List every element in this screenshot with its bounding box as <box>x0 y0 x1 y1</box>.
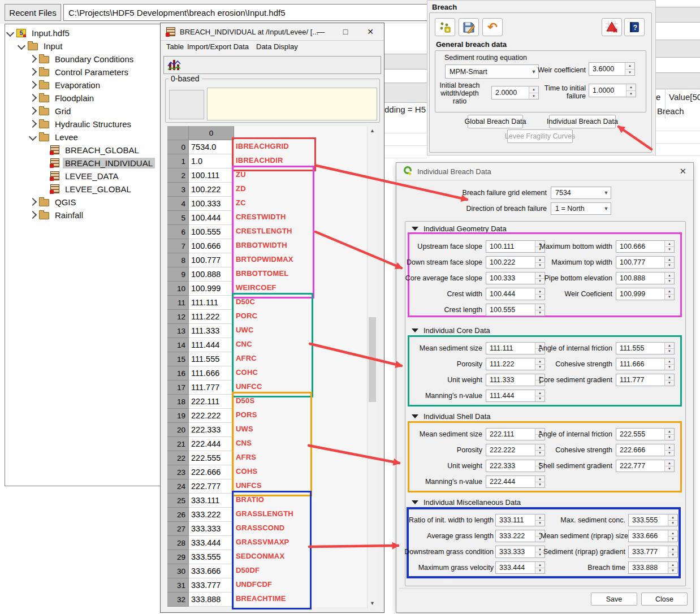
grid-cell[interactable]: 333.888 <box>189 593 234 607</box>
spinbox-cohesive-strength[interactable]: 111.666▲▼ <box>616 358 675 370</box>
sidebar-item-input[interactable]: Input <box>18 40 64 52</box>
sidebar-item-boundary-conditions[interactable]: Boundary Conditions <box>29 53 136 65</box>
spinner-buttons[interactable]: ▲▼ <box>664 288 674 300</box>
spin-down-icon[interactable]: ▼ <box>625 70 634 76</box>
direction-combobox[interactable]: 1 = North ▼ <box>551 202 611 215</box>
sidebar-item-grid[interactable]: Grid <box>29 105 73 117</box>
spin-up-icon[interactable]: ▲ <box>626 84 636 91</box>
grid-cell[interactable]: 333.444 <box>189 536 234 550</box>
grid-column-header[interactable]: 0 <box>189 126 234 140</box>
grid-cell[interactable]: 111.777 <box>189 380 234 395</box>
sidebar-item-breach-individual[interactable]: BREACH_INDIVIDUAL <box>40 157 155 169</box>
grid-row-header[interactable]: 13 <box>167 324 189 338</box>
grid-row-header[interactable]: 29 <box>167 550 189 564</box>
grid-row-header[interactable]: 28 <box>167 536 189 550</box>
grid-row-header[interactable]: 7 <box>167 239 189 253</box>
save-icon[interactable] <box>459 18 479 36</box>
spinner-buttons[interactable]: ▲▼ <box>535 476 545 487</box>
spin-down-icon[interactable]: ▼ <box>668 552 677 558</box>
expand-icon[interactable] <box>29 94 37 102</box>
spin-down-icon[interactable]: ▼ <box>668 521 677 526</box>
grid-cell[interactable]: 111.555 <box>189 352 234 366</box>
grid-row-header[interactable]: 10 <box>167 282 189 296</box>
collapse-icon[interactable] <box>18 42 25 50</box>
weir-coefficient-spinbox[interactable]: 3.6000 ▲▼ <box>589 62 635 76</box>
spinbox-maximum-top-width[interactable]: 100.777▲▼ <box>616 256 675 269</box>
grid-row-header[interactable]: 2 <box>167 168 189 183</box>
grid-row-header[interactable]: 16 <box>167 366 189 380</box>
grid-row-header[interactable]: 15 <box>167 352 189 366</box>
spin-up-icon[interactable]: ▲ <box>665 358 674 365</box>
grid-cell[interactable]: 100.666 <box>189 239 234 253</box>
spinbox-maximum-bottom-width[interactable]: 100.666▲▼ <box>616 240 675 253</box>
spinner-buttons[interactable]: ▲▼ <box>664 257 674 268</box>
grid-row-header[interactable]: 20 <box>167 423 189 437</box>
grid-cell[interactable]: 100.444 <box>189 211 234 225</box>
spin-up-icon[interactable]: ▲ <box>665 257 674 263</box>
undo-icon[interactable]: ↶ <box>482 18 503 36</box>
spin-down-icon[interactable]: ▼ <box>665 263 674 269</box>
levee-fragility-curves-button[interactable]: Levee Fragility Curves <box>507 129 573 143</box>
grid-cell[interactable]: 100.777 <box>189 253 234 267</box>
section-header-misc[interactable]: Individual Miscellaneous Data <box>412 498 521 507</box>
expand-icon[interactable] <box>29 198 37 206</box>
spinner-buttons[interactable]: ▲▼ <box>664 460 674 472</box>
vertical-scrollbar[interactable]: ▲ ▼ <box>367 126 377 608</box>
sidebar-item-evaporation[interactable]: Evaporation <box>29 79 102 91</box>
sidebar-item-input-hdf5[interactable]: 5Input.hdf5 <box>6 27 72 39</box>
menu-item-data-display[interactable]: Data Display <box>256 42 298 51</box>
spin-up-icon[interactable]: ▲ <box>535 390 545 396</box>
grid-row-header[interactable]: 27 <box>167 522 189 536</box>
sidebar-item-rainfall[interactable]: Rainfall <box>29 209 85 221</box>
grid-cell[interactable]: 333.777 <box>189 578 234 593</box>
grid-cell[interactable]: 333.333 <box>189 522 234 536</box>
initial-breach-ratio-spinbox[interactable]: 2.0000 ▲▼ <box>491 86 539 100</box>
collapse-icon[interactable] <box>6 29 14 37</box>
section-header-core[interactable]: Individual Core Data <box>412 326 490 335</box>
grid-row-header[interactable]: 5 <box>167 211 189 225</box>
spin-up-icon[interactable]: ▲ <box>529 87 538 93</box>
grid-cell[interactable]: 222.222 <box>189 409 234 423</box>
grid-cell[interactable]: 111.444 <box>189 338 234 352</box>
grid-row-header[interactable]: 6 <box>167 225 189 239</box>
spin-down-icon[interactable]: ▼ <box>668 568 677 574</box>
expand-icon[interactable] <box>29 211 37 219</box>
spin-up-icon[interactable]: ▲ <box>668 562 677 568</box>
time-to-initial-failure-spinbox[interactable]: 1.0000 ▲▼ <box>589 84 636 97</box>
spinbox-breach-time[interactable]: 333.888▲▼ <box>628 561 678 574</box>
grid-cell[interactable]: 222.333 <box>189 423 234 437</box>
sidebar-item-breach-global[interactable]: BREACH_GLOBAL <box>40 144 141 156</box>
expand-icon[interactable] <box>29 55 37 63</box>
spin-down-icon[interactable]: ▼ <box>535 310 545 316</box>
grid-cell[interactable]: 333.666 <box>189 564 234 578</box>
grid-row-header[interactable]: 32 <box>167 593 189 607</box>
grid-cell[interactable]: 7534.0 <box>189 140 234 154</box>
sidebar-item-floodplain[interactable]: Floodplain <box>29 92 96 104</box>
grid-cell[interactable]: 111.333 <box>189 324 234 338</box>
spin-down-icon[interactable]: ▼ <box>535 396 545 402</box>
expand-icon[interactable] <box>29 120 37 128</box>
spin-up-icon[interactable]: ▲ <box>665 429 674 435</box>
maximize-button[interactable]: □ <box>339 25 352 38</box>
minimize-button[interactable]: — <box>314 25 327 38</box>
spinbox-sediment-riprap-gradient[interactable]: 333.777▲▼ <box>628 546 678 558</box>
spin-down-icon[interactable]: ▼ <box>665 365 674 370</box>
global-breach-data-button[interactable]: Global Breach Data <box>468 115 523 128</box>
grid-cell[interactable]: 111.222 <box>189 310 234 324</box>
spinner-buttons[interactable]: ▲▼ <box>535 304 545 315</box>
spinbox-shell-sediment-gradient[interactable]: 222.777▲▼ <box>616 460 675 472</box>
spin-down-icon[interactable]: ▼ <box>665 380 674 386</box>
spin-down-icon[interactable]: ▼ <box>665 451 674 456</box>
expand-icon[interactable] <box>29 81 37 89</box>
spin-down-icon[interactable]: ▼ <box>665 466 674 472</box>
spinbox-core-sediment-gradient[interactable]: 111.777▲▼ <box>616 374 675 386</box>
spinner-buttons[interactable]: ▲▼ <box>529 87 538 99</box>
spinbox-average-grass-length[interactable]: 333.222▲▼ <box>495 530 545 542</box>
grid-cell[interactable]: 100.333 <box>189 197 234 211</box>
close-button[interactable]: ✕ <box>364 25 377 38</box>
spinbox-angle-of-internal-friction[interactable]: 222.555▲▼ <box>616 428 675 440</box>
spinbox-maximum-grass-velocity[interactable]: 333.444▲▼ <box>495 561 545 574</box>
help-icon[interactable]: ? <box>624 18 645 36</box>
close-icon[interactable]: ✕ <box>679 166 686 176</box>
grid-row-header[interactable]: 19 <box>167 409 189 423</box>
